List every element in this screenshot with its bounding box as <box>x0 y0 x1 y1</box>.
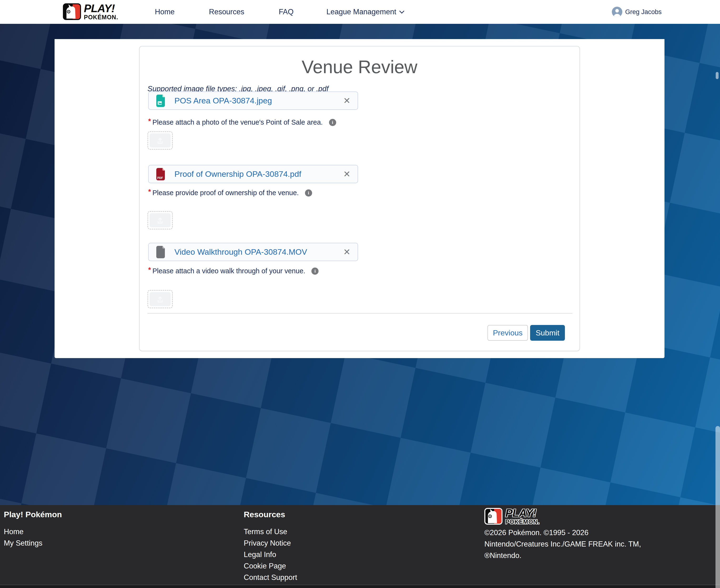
footer-link-cookie-page[interactable]: Cookie Page <box>244 562 286 570</box>
copyright-line: Nintendo/Creatures Inc./GAME FREAK inc. … <box>484 540 641 548</box>
footer-link-legal-info[interactable]: Legal Info <box>244 550 276 559</box>
file-link[interactable]: Video Walkthrough OPA-30874.MOV <box>174 247 307 257</box>
upload-dropzone-inner <box>150 133 171 147</box>
caption-text: Please attach a photo of the venue's Poi… <box>152 118 323 127</box>
footer-link-contact-support[interactable]: Contact Support <box>244 573 297 582</box>
info-icon[interactable]: i <box>311 268 319 275</box>
user-avatar-icon <box>612 7 622 17</box>
header: PLAY! POKÉMON. Home Resources FAQ League… <box>0 0 720 24</box>
footer-play-pokemon-logo: PLAY! POKÉMON. <box>484 507 539 525</box>
upload-caption: * Please provide proof of ownership of t… <box>148 188 312 197</box>
upload-icon <box>155 136 165 145</box>
divider <box>147 313 573 314</box>
footer-heading-play-pokemon: Play! Pokémon <box>4 510 62 519</box>
league-management-label: League Management <box>326 8 396 16</box>
info-glyph: i <box>332 120 333 125</box>
pdf-file-icon: PDF <box>155 167 166 181</box>
footer-link-privacy-notice[interactable]: Privacy Notice <box>244 539 291 547</box>
caption-text: Please attach a video walk through of yo… <box>152 267 305 275</box>
user-menu[interactable]: Greg Jacobs <box>612 0 662 24</box>
info-glyph: i <box>308 190 309 195</box>
remove-file-icon[interactable]: ✕ <box>343 97 351 105</box>
upload-dropzone-inner <box>150 292 171 306</box>
footer-link-my-settings[interactable]: My Settings <box>4 539 42 547</box>
play-pokemon-logo[interactable]: PLAY! POKÉMON. <box>63 3 118 20</box>
logo-pokemon-text: POKÉMON. <box>84 14 118 20</box>
play-pokemon-badge-icon <box>63 3 81 20</box>
required-asterisk: * <box>148 188 151 195</box>
remove-file-icon[interactable]: ✕ <box>343 248 351 256</box>
required-asterisk: * <box>148 118 151 125</box>
logo-pokemon-text: POKÉMON. <box>505 519 539 525</box>
image-file-icon <box>155 94 166 107</box>
upload-icon <box>155 216 165 225</box>
page-title: Venue Review <box>140 57 579 77</box>
generic-file-icon <box>155 246 166 259</box>
uploaded-file-chip: Video Walkthrough OPA-30874.MOV ✕ <box>148 243 358 261</box>
info-glyph: i <box>315 269 316 274</box>
nav-item-faq[interactable]: FAQ <box>279 0 294 24</box>
caption-text: Please provide proof of ownership of the… <box>152 188 299 197</box>
content-panel: Venue Review Supported image file types:… <box>55 39 664 358</box>
uploaded-file-chip: POS Area OPA-30874.jpeg ✕ <box>148 91 358 110</box>
copyright-line: ©2026 Pokémon. ©1995 - 2026 <box>484 528 589 537</box>
upload-dropzone-inner <box>150 213 171 227</box>
chevron-down-icon <box>399 8 404 13</box>
info-icon[interactable]: i <box>329 119 336 126</box>
pdf-icon-label: PDF <box>157 176 163 180</box>
upload-caption: * Please attach a photo of the venue's P… <box>148 118 336 127</box>
footer: Play! Pokémon Home My Settings Resources… <box>0 505 720 585</box>
nav-item-resources[interactable]: Resources <box>209 0 244 24</box>
upload-icon <box>155 295 165 304</box>
nav-item-league-management[interactable]: League Management <box>326 0 404 24</box>
inner-scrollbar-thumb[interactable] <box>716 72 719 79</box>
remove-file-icon[interactable]: ✕ <box>343 170 351 178</box>
logo-play-text: PLAY! <box>505 507 539 519</box>
submit-button[interactable]: Submit <box>530 325 565 341</box>
previous-button[interactable]: Previous <box>487 325 528 341</box>
file-upload-dropzone[interactable] <box>147 290 173 308</box>
info-icon[interactable]: i <box>305 189 312 196</box>
venue-review-card: Venue Review Supported image file types:… <box>139 46 580 351</box>
file-link[interactable]: POS Area OPA-30874.jpeg <box>174 96 272 105</box>
file-upload-dropzone[interactable] <box>147 131 173 150</box>
footer-link-terms-of-use[interactable]: Terms of Use <box>244 527 287 536</box>
file-upload-dropzone[interactable] <box>147 211 173 229</box>
footer-heading-resources: Resources <box>244 510 285 519</box>
user-name: Greg Jacobs <box>625 8 662 16</box>
footer-link-home[interactable]: Home <box>4 527 24 536</box>
bottom-strip <box>0 585 720 588</box>
nav-item-home[interactable]: Home <box>155 0 175 24</box>
upload-caption: * Please attach a video walk through of … <box>148 267 319 275</box>
logo-play-text: PLAY! <box>84 3 118 14</box>
play-pokemon-badge-icon <box>484 508 503 525</box>
copyright-line: ®Nintendo. <box>484 551 522 560</box>
file-link[interactable]: Proof of Ownership OPA-30874.pdf <box>174 169 301 179</box>
page-scrollbar-thumb[interactable] <box>716 426 720 588</box>
uploaded-file-chip: PDF Proof of Ownership OPA-30874.pdf ✕ <box>148 165 358 183</box>
required-asterisk: * <box>148 266 151 274</box>
